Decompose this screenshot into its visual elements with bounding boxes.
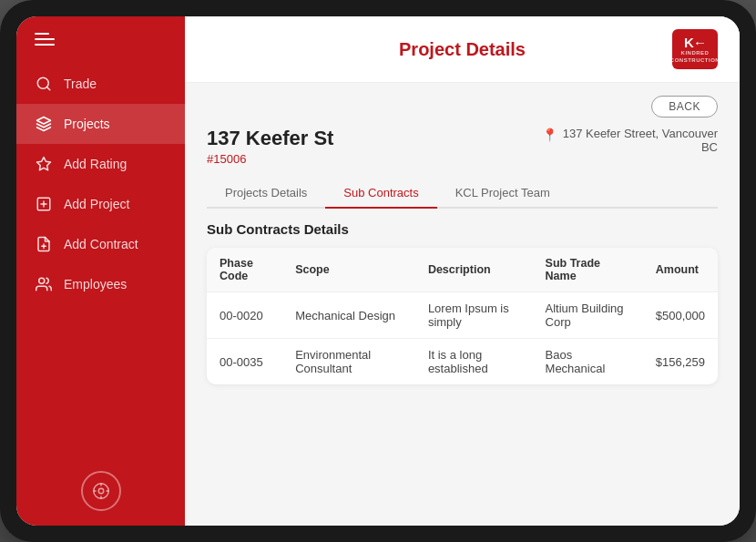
location-pin-icon: 📍	[542, 128, 557, 142]
layers-icon	[35, 115, 53, 133]
col-amount: Amount	[643, 248, 718, 292]
table-row[interactable]: 00-0035 Environmental Consultant It is a…	[207, 339, 718, 385]
cell-amount: $500,000	[643, 292, 718, 339]
back-button[interactable]: BACK	[651, 96, 718, 118]
table-body: 00-0020 Mechanical Design Lorem Ipsum is…	[207, 292, 718, 385]
project-info: 137 Keefer St #15006	[207, 127, 333, 166]
sidebar-item-add-contract-label: Add Contract	[64, 237, 138, 251]
back-row: BACK	[207, 96, 718, 118]
hamburger-menu-icon[interactable]	[35, 33, 55, 46]
sidebar-header	[16, 16, 185, 55]
app-container: Trade Projects	[16, 16, 740, 526]
brand-logo: K← KINDREDCONSTRUCTION	[672, 29, 718, 69]
table-row[interactable]: 00-0020 Mechanical Design Lorem Ipsum is…	[207, 292, 718, 339]
plus-square-icon	[35, 195, 53, 213]
cell-phase-code: 00-0035	[207, 339, 282, 385]
tablet-screen: Trade Projects	[16, 16, 740, 526]
project-address-line2: BC	[563, 140, 718, 154]
cell-amount: $156,259	[643, 339, 718, 385]
col-scope: Scope	[282, 248, 415, 292]
sidebar-nav: Trade Projects	[16, 55, 185, 456]
sidebar-item-add-project[interactable]: Add Project	[16, 184, 185, 224]
star-icon	[35, 155, 53, 173]
project-address-line1: 137 Keefer Street, Vancouver	[563, 127, 718, 140]
sidebar-item-trade-label: Trade	[64, 77, 97, 91]
main-content: Project Details K← KINDREDCONSTRUCTION B…	[185, 16, 740, 526]
sidebar-item-trade[interactable]: Trade	[16, 64, 185, 104]
svg-point-11	[98, 488, 104, 494]
cell-description: It is a long established	[415, 339, 533, 385]
sidebar-item-add-rating-label: Add Rating	[64, 157, 127, 171]
svg-marker-3	[37, 158, 51, 170]
project-title: 137 Keefer St	[207, 127, 333, 150]
project-location: 📍 137 Keefer Street, Vancouver BC	[542, 127, 718, 154]
tab-projects-details[interactable]: Projects Details	[207, 179, 325, 209]
col-description: Description	[415, 248, 533, 292]
sidebar: Trade Projects	[16, 16, 185, 526]
svg-line-1	[46, 87, 49, 89]
sidebar-item-projects-label: Projects	[64, 117, 110, 131]
sidebar-footer	[16, 456, 185, 526]
page-title: Project Details	[252, 39, 672, 60]
sidebar-item-add-project-label: Add Project	[64, 197, 129, 211]
tab-kcl-project-team[interactable]: KCL Project Team	[437, 179, 568, 209]
sidebar-footer-icon	[81, 471, 121, 511]
svg-marker-2	[37, 118, 51, 125]
cell-scope: Environmental Consultant	[282, 339, 415, 385]
cell-scope: Mechanical Design	[282, 292, 415, 339]
tab-sub-contracts[interactable]: Sub Contracts	[325, 179, 436, 209]
project-address: 137 Keefer Street, Vancouver BC	[563, 127, 718, 154]
sidebar-item-projects[interactable]: Projects	[16, 104, 185, 144]
content-area: BACK 137 Keefer St #15006 📍 137 Keefer S…	[185, 83, 740, 526]
section-title: Sub Contracts Details	[207, 221, 718, 237]
col-sub-trade-name: Sub Trade Name	[533, 248, 643, 292]
sidebar-item-employees-label: Employees	[64, 277, 127, 291]
table-header: Phase Code Scope Description Sub Trade N…	[207, 248, 718, 292]
cell-sub-trade-name: Baos Mechanical	[533, 339, 643, 385]
cell-sub-trade-name: Altium Building Corp	[533, 292, 643, 339]
cell-description: Lorem Ipsum is simply	[415, 292, 533, 339]
users-icon	[35, 275, 53, 293]
table-header-row: Phase Code Scope Description Sub Trade N…	[207, 248, 718, 292]
tablet-frame: Trade Projects	[0, 0, 756, 542]
top-header: Project Details K← KINDREDCONSTRUCTION	[185, 16, 740, 83]
col-phase-code: Phase Code	[207, 248, 282, 292]
project-header: 137 Keefer St #15006 📍 137 Keefer Street…	[207, 127, 718, 166]
sub-contracts-table: Phase Code Scope Description Sub Trade N…	[207, 248, 718, 384]
sidebar-item-add-contract[interactable]: Add Contract	[16, 224, 185, 264]
file-plus-icon	[35, 235, 53, 253]
sub-contracts-card: Phase Code Scope Description Sub Trade N…	[207, 248, 718, 384]
sidebar-item-employees[interactable]: Employees	[16, 264, 185, 304]
search-icon	[35, 75, 53, 93]
svg-point-9	[39, 278, 45, 283]
table-container: Phase Code Scope Description Sub Trade N…	[207, 248, 718, 384]
tabs-row: Projects Details Sub Contracts KCL Proje…	[207, 179, 718, 209]
cell-phase-code: 00-0020	[207, 292, 282, 339]
sidebar-item-add-rating[interactable]: Add Rating	[16, 144, 185, 184]
project-id: #15006	[207, 152, 333, 166]
